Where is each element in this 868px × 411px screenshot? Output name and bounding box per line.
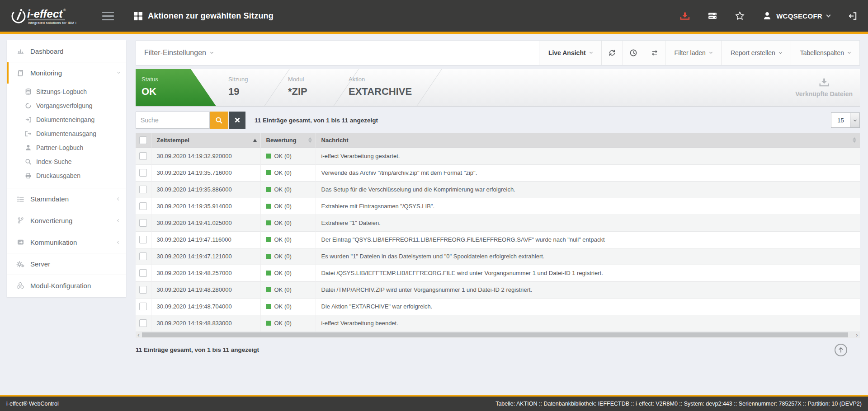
table-row[interactable]: 30.09.2020 14:19:48.257000OK (0)Datei /Q…: [136, 265, 860, 281]
scroll-right-arrow[interactable]: ›: [854, 332, 860, 338]
table-row[interactable]: 30.09.2020 14:19:32.920000OK (0)i-effect…: [136, 148, 860, 164]
table-row[interactable]: 30.09.2020 14:19:48.280000OK (0)Datei /T…: [136, 281, 860, 298]
cell-rating: OK (0): [260, 231, 316, 248]
server-status-icon[interactable]: [708, 12, 717, 20]
table-row[interactable]: 30.09.2020 14:19:35.914000OK (0)Extrahie…: [136, 198, 860, 215]
row-checkbox[interactable]: [139, 252, 147, 260]
sidebar-item-stammdaten[interactable]: Stammdaten: [7, 188, 126, 210]
refresh-icon: [608, 49, 616, 57]
sidebar-item-index-suche[interactable]: Index-Suche: [7, 154, 126, 168]
sidebar-item-dokumentenausgang[interactable]: Dokumentenausgang: [7, 126, 126, 140]
page-size-select[interactable]: 15: [831, 112, 860, 128]
cell-timestamp: 30.09.2020 14:19:48.257000: [151, 265, 260, 281]
clear-search-button[interactable]: [229, 112, 245, 129]
sidebar-item-kommunikation[interactable]: Kommunikation: [7, 231, 126, 253]
table-row[interactable]: 30.09.2020 14:19:48.704000OK (0)Die Akti…: [136, 298, 860, 315]
scroll-left-arrow[interactable]: ‹: [136, 332, 142, 338]
sidebar-item-druckausgaben[interactable]: Druckausgaben: [7, 168, 126, 182]
sidebar-item-monitoring[interactable]: Monitoring: [7, 62, 126, 84]
history-button[interactable]: [623, 41, 644, 65]
status-ok-indicator: [266, 271, 271, 276]
logout-button[interactable]: [848, 12, 857, 20]
cell-rating: OK (0): [260, 248, 316, 265]
table-row[interactable]: 30.09.2020 14:19:41.025000OK (0)Extrahie…: [136, 215, 860, 231]
aktion-value: EXTARCHIVE: [349, 86, 412, 98]
row-checkbox[interactable]: [139, 219, 147, 227]
create-report-dropdown[interactable]: Report erstellen: [721, 41, 791, 65]
select-all-checkbox[interactable]: [139, 136, 147, 144]
sidebar-toggle-button[interactable]: [102, 12, 114, 20]
filter-tab-aktion[interactable]: Aktion EXTARCHIVE: [349, 76, 412, 98]
table-row[interactable]: 30.09.2020 14:19:35.886000OK (0)Das Setu…: [136, 181, 860, 198]
cell-rating: OK (0): [260, 298, 316, 315]
cell-rating: OK (0): [260, 148, 316, 164]
sidebar-item-modul-konfiguration[interactable]: Modul-Konfiguration: [7, 275, 126, 296]
row-checkbox[interactable]: [139, 169, 147, 177]
sign-in-icon: [23, 116, 33, 123]
row-checkbox[interactable]: [139, 319, 147, 327]
entries-summary-top: 11 Einträge gesamt, von 1 bis 11 angezei…: [255, 117, 378, 124]
auto-refresh-button[interactable]: [644, 41, 665, 65]
filter-tab-modul[interactable]: Modul *ZIP: [288, 76, 307, 98]
cell-message: Datei /TMP/ARCHIV.ZIP wird unter Vorgang…: [316, 281, 860, 298]
linked-files-button[interactable]: Verknüpfte Dateien: [795, 78, 853, 98]
search-input[interactable]: [136, 112, 210, 129]
filter-tab-sitzung[interactable]: Sitzung 19: [228, 76, 248, 98]
column-header-bewertung[interactable]: Bewertung: [260, 133, 316, 148]
chevron-down-icon: [826, 13, 831, 17]
sidebar-item-dashboard[interactable]: Dashboard: [7, 40, 126, 62]
svg-text:®: ®: [63, 8, 66, 12]
brand-logo[interactable]: i-effect ® integrated solutions for IBM …: [10, 5, 83, 27]
apps-grid-icon: [134, 12, 142, 20]
row-checkbox[interactable]: [139, 303, 147, 310]
cell-timestamp: 30.09.2020 14:19:48.833000: [151, 315, 260, 332]
cell-timestamp: 30.09.2020 14:19:32.920000: [151, 148, 260, 164]
row-checkbox[interactable]: [139, 236, 147, 243]
status-ok-indicator: [266, 220, 271, 225]
table-columns-dropdown[interactable]: Tabellenspalten: [791, 41, 859, 65]
footer-app-name: i-effect® WebControl: [6, 401, 59, 407]
brand-name: i-effect: [27, 8, 63, 20]
load-filter-dropdown[interactable]: Filter laden: [665, 41, 721, 65]
row-checkbox[interactable]: [139, 286, 147, 294]
row-checkbox[interactable]: [139, 202, 147, 210]
table-row[interactable]: 30.09.2020 14:19:35.716000OK (0)Verwende…: [136, 164, 860, 181]
row-checkbox[interactable]: [139, 152, 147, 160]
table-row[interactable]: 30.09.2020 14:19:47.116000OK (0)Der Eint…: [136, 231, 860, 248]
favorites-star-icon[interactable]: [735, 11, 745, 20]
cell-rating: OK (0): [260, 315, 316, 332]
sidebar-item-dokumenteneingang[interactable]: Dokumenteneingang: [7, 112, 126, 126]
scroll-to-top-button[interactable]: [835, 344, 847, 356]
downloads-icon[interactable]: [680, 12, 690, 20]
row-checkbox[interactable]: [139, 269, 147, 277]
live-view-dropdown[interactable]: Live Ansicht: [539, 41, 601, 65]
sidebar-item-server[interactable]: Server: [7, 253, 126, 275]
column-header-nachricht[interactable]: Nachricht: [316, 133, 860, 148]
cell-timestamp: 30.09.2020 14:19:47.121000: [151, 248, 260, 265]
search-button[interactable]: [210, 112, 228, 129]
sidebar-item-vorgangsverfolgung[interactable]: Vorgangsverfolgung: [7, 98, 126, 112]
cell-message: i-effect Verarbeitung beendet.: [316, 315, 860, 332]
table-row[interactable]: 30.09.2020 14:19:47.121000OK (0)Es wurde…: [136, 248, 860, 265]
close-icon: [235, 117, 240, 123]
row-checkbox[interactable]: [139, 186, 147, 193]
sidebar-item-sitzungs-logbuch[interactable]: Sitzungs-Logbuch: [7, 84, 126, 98]
filter-tab-status[interactable]: Status OK: [136, 69, 217, 106]
filter-settings-dropdown[interactable]: Filter-Einstellungen: [144, 49, 213, 57]
sidebar-item-partner-logbuch[interactable]: Partner-Logbuch: [7, 140, 126, 154]
scrollbar-thumb[interactable]: [142, 332, 848, 337]
cell-rating: OK (0): [260, 198, 316, 215]
chevron-down-icon: [848, 50, 851, 53]
table-row[interactable]: 30.09.2020 14:19:48.833000OK (0)i-effect…: [136, 315, 860, 332]
chevron-down-icon: [850, 113, 859, 127]
filter-settings-label: Filter-Einstellungen: [144, 49, 206, 57]
chevron-down-icon: [709, 50, 712, 53]
refresh-button[interactable]: [601, 41, 623, 65]
filter-tab-strip: Status OK Sitzung 19 Modul *ZIP Aktion E…: [136, 69, 860, 107]
sidebar-item-konvertierung[interactable]: Konvertierung: [7, 210, 126, 231]
circle-notch-icon: [23, 102, 33, 109]
user-menu[interactable]: WCQSECOFR: [763, 11, 830, 20]
column-header-zeitstempel[interactable]: Zeitstempel: [151, 133, 260, 148]
cell-message: Die Aktion "EXTARCHIVE" war erfolgreich.: [316, 298, 860, 315]
sidebar-item-label: Stammdaten: [30, 195, 69, 203]
